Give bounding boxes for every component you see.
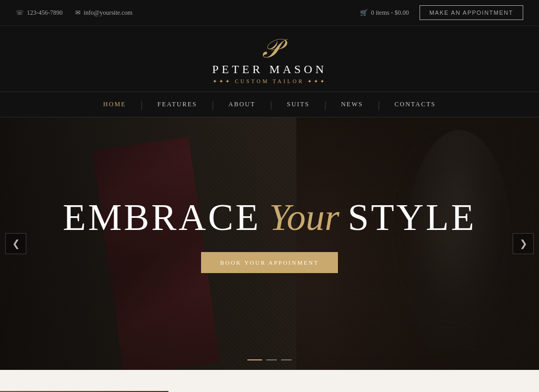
hero-title-italic: Your [269, 196, 339, 238]
nav-item-about[interactable]: ABOUT [214, 92, 270, 117]
below-fold-section: DISCOVER TRUE [0, 370, 539, 392]
top-bar: ☏ 123-456-7890 ✉ info@yoursite.com 🛒 0 i… [0, 0, 539, 26]
nav-item-features[interactable]: FEATURES [143, 92, 212, 117]
hero-title-after: STYLE [348, 196, 476, 238]
phone-contact: ☏ 123-456-7890 [16, 9, 63, 17]
slider-arrow-right[interactable]: ❯ [513, 233, 534, 254]
chevron-left-icon: ❮ [12, 238, 20, 249]
chevron-right-icon: ❯ [520, 238, 527, 249]
nav-link-features[interactable]: FEATURES [143, 92, 212, 117]
email-address: info@yoursite.com [84, 9, 133, 17]
cart-info: 🛒 0 items - $0.00 [360, 9, 409, 17]
nav-link-contacts[interactable]: CONTACTS [380, 92, 451, 117]
nav-item-news[interactable]: NEWS [326, 92, 378, 117]
slider-dot-3[interactable] [281, 359, 292, 360]
slider-dots [247, 359, 292, 360]
nav-link-about[interactable]: ABOUT [214, 92, 270, 117]
logo-subtitle: ✦✦✦ CUSTOM TAILOR ✦✦✦ [16, 78, 523, 84]
nav-item-contacts[interactable]: CONTACTS [380, 92, 451, 117]
nav-link-home[interactable]: HOME [88, 92, 141, 117]
slider-arrow-left[interactable]: ❮ [5, 233, 26, 254]
cart-count: 0 items - $0.00 [371, 9, 409, 17]
nav-item-home[interactable]: HOME [88, 92, 141, 117]
phone-number: 123-456-7890 [27, 9, 63, 17]
hero-section: EMBRACE Your STYLE BOOK YOUR APPOINMENT … [0, 117, 539, 370]
slider-dot-1[interactable] [247, 359, 262, 360]
nav-item-suits[interactable]: SUITS [272, 92, 324, 117]
nav-link-news[interactable]: NEWS [326, 92, 378, 117]
hero-content: EMBRACE Your STYLE BOOK YOUR APPOINMENT [0, 117, 539, 370]
email-icon: ✉ [75, 9, 81, 17]
nav-list: HOME | FEATURES | ABOUT | SUITS | NEWS |… [0, 92, 539, 117]
slider-dot-2[interactable] [266, 359, 277, 360]
header: 𝒫 PETER MASON ✦✦✦ CUSTOM TAILOR ✦✦✦ [0, 26, 539, 92]
email-contact: ✉ info@yoursite.com [75, 9, 133, 17]
main-nav: HOME | FEATURES | ABOUT | SUITS | NEWS |… [0, 92, 539, 117]
logo-monogram: 𝒫 [16, 35, 523, 62]
top-bar-actions: 🛒 0 items - $0.00 MAKE AN APPOINTMENT [360, 5, 523, 20]
phone-icon: ☏ [16, 9, 24, 17]
logo-name: PETER MASON [16, 63, 523, 76]
hero-headline: EMBRACE Your STYLE [63, 198, 476, 236]
hero-title-before: EMBRACE [63, 196, 261, 238]
make-appointment-button[interactable]: MAKE AN APPOINTMENT [420, 5, 523, 20]
book-appointment-button[interactable]: BOOK YOUR APPOINMENT [201, 252, 338, 273]
nav-link-suits[interactable]: SUITS [272, 92, 324, 117]
cart-icon: 🛒 [360, 9, 368, 17]
top-bar-contacts: ☏ 123-456-7890 ✉ info@yoursite.com [16, 9, 133, 17]
